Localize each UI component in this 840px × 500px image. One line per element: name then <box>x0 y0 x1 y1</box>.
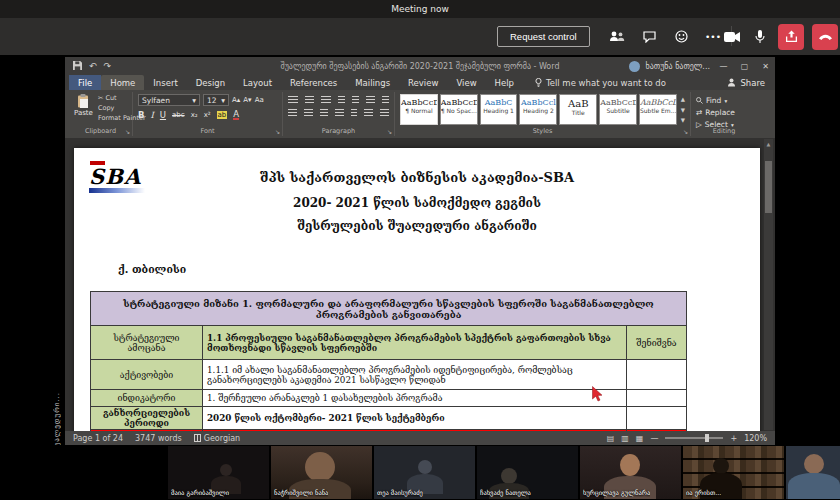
align-right-icon[interactable] <box>320 109 329 117</box>
highlight-color-button[interactable]: ab <box>217 111 228 119</box>
word-count[interactable]: 3747 words <box>135 434 182 443</box>
page-indicator[interactable]: Page 1 of 24 <box>73 434 123 443</box>
request-control-button[interactable]: Request control <box>497 26 590 47</box>
tab-layout[interactable]: Layout <box>234 75 281 90</box>
table-cell: სტრატეგიული ამოცანა <box>91 326 203 360</box>
replace-button[interactable]: ⇄ Replace <box>696 108 752 117</box>
grow-font-button[interactable]: A▴ <box>232 96 240 104</box>
tell-me-box[interactable]: Tell me what you want to do <box>535 75 666 90</box>
hang-up-button[interactable] <box>812 24 838 50</box>
superscript-button[interactable]: x² <box>204 111 211 119</box>
font-dialog-launcher[interactable]: ↘ <box>275 128 280 135</box>
minimize-icon[interactable]: — <box>716 62 731 71</box>
numbering-icon[interactable] <box>305 96 315 104</box>
show-marks-icon[interactable] <box>382 96 389 104</box>
style-normal[interactable]: AaBbCcDc ¶ Normal <box>400 94 438 125</box>
style-no-spacing[interactable]: AaBbCcDc ¶ No Spac... <box>440 94 478 125</box>
save-icon[interactable] <box>73 61 82 72</box>
participant-tile[interactable] <box>786 446 840 499</box>
font-family-select[interactable]: Sylfaen ▾ <box>138 94 200 106</box>
camera-icon[interactable] <box>722 32 742 42</box>
zoom-in-button[interactable]: + <box>730 434 737 443</box>
document-page[interactable]: SBA შპს საქართველოს ბიზნესის აკადემია-SB… <box>74 148 760 431</box>
vertical-scrollbar[interactable]: ▲ <box>764 139 773 430</box>
participant-tile[interactable]: თეა მაისურაძე <box>374 446 475 499</box>
borders-icon[interactable] <box>380 109 389 117</box>
paragraph-dialog-launcher[interactable]: ↘ <box>387 128 392 135</box>
styles-gallery-scroll[interactable]: ▲ ▼ ▼ <box>679 94 685 125</box>
gallery-more-icon[interactable]: ▼ <box>681 117 685 123</box>
print-layout-icon[interactable]: ▥ <box>621 434 629 443</box>
read-mode-icon[interactable]: ▤ <box>607 434 615 443</box>
find-button[interactable]: Find ▾ <box>696 96 752 105</box>
italic-button[interactable]: I <box>150 110 153 120</box>
multilevel-list-icon[interactable] <box>321 96 331 104</box>
increase-indent-icon[interactable] <box>352 96 359 104</box>
gallery-up-icon[interactable]: ▲ <box>681 96 685 102</box>
subscript-button[interactable]: x₂ <box>191 111 198 119</box>
scrollbar-thumb[interactable] <box>765 161 772 213</box>
sort-icon[interactable] <box>366 96 376 104</box>
web-layout-icon[interactable]: ▦ <box>636 434 644 443</box>
decrease-indent-icon[interactable] <box>338 96 345 104</box>
table-cell <box>627 407 687 430</box>
tab-help[interactable]: Help <box>486 75 523 90</box>
participant-tile[interactable]: ჩახვაძე ნათელა <box>477 446 578 499</box>
table-cell: ინდიკატორი <box>91 390 203 407</box>
tab-review[interactable]: Review <box>399 75 447 90</box>
participant-tile[interactable]: ია ერისთ... <box>683 446 784 499</box>
participant-tile[interactable]: ნაჭრიშვილი ნანა <box>271 446 372 499</box>
shrink-font-button[interactable]: A▾ <box>243 96 251 104</box>
style-subtle-emphasis[interactable]: AaBbCcDc Subtle Em... <box>639 94 677 125</box>
clipboard-dialog-launcher[interactable]: ↘ <box>125 128 130 135</box>
tab-references[interactable]: References <box>281 75 346 90</box>
zoom-slider-thumb[interactable] <box>705 434 709 442</box>
undo-icon[interactable]: ↶ <box>89 61 97 71</box>
change-case-button[interactable]: Aa <box>255 96 264 104</box>
style-subtitle[interactable]: AaBbCcD Subtitle <box>599 94 637 125</box>
participant-tile[interactable]: ხურცილავა გულნარა <box>580 446 681 499</box>
chat-icon[interactable] <box>640 28 658 46</box>
tab-view[interactable]: View <box>447 75 485 90</box>
participant-name: მაია გარიბაშვილი <box>171 489 229 497</box>
restore-icon[interactable]: ▢ <box>737 62 752 71</box>
stop-presenting-button[interactable] <box>778 24 804 50</box>
language-indicator[interactable]: Georgian <box>194 434 240 443</box>
participants-icon[interactable] <box>608 28 626 46</box>
account-name: ხათუნა ნათელ... <box>646 62 710 71</box>
paste-button[interactable]: Paste <box>74 94 93 122</box>
zoom-out-button[interactable]: — <box>650 434 658 443</box>
bullets-icon[interactable] <box>288 96 298 104</box>
reactions-icon[interactable] <box>672 28 690 46</box>
align-left-icon[interactable] <box>288 109 297 117</box>
participant-tile[interactable]: მაია გარიბაშვილი <box>168 446 269 499</box>
underline-button[interactable]: U <box>160 110 166 120</box>
zoom-slider[interactable] <box>665 437 723 439</box>
tab-mailings[interactable]: Mailings <box>346 75 399 90</box>
tab-home[interactable]: Home <box>101 75 144 90</box>
shading-icon[interactable] <box>364 109 373 117</box>
microphone-icon[interactable] <box>750 30 770 44</box>
account-avatar[interactable] <box>629 61 640 72</box>
redo-icon[interactable]: ↷ <box>104 61 112 71</box>
more-options-icon[interactable]: ••• <box>704 28 722 46</box>
gallery-down-icon[interactable]: ▼ <box>681 107 685 113</box>
font-size-select[interactable]: 12 ▾ <box>203 94 229 106</box>
style-title[interactable]: AaB Title <box>559 94 597 125</box>
style-heading1[interactable]: AaBbC Heading 1 <box>480 94 518 125</box>
bold-button[interactable]: B <box>138 110 144 120</box>
close-icon[interactable]: ✕ <box>758 62 773 71</box>
font-color-button[interactable]: A <box>233 110 239 120</box>
share-button[interactable]: Share <box>727 75 765 90</box>
line-spacing-icon[interactable] <box>351 109 357 117</box>
strikethrough-button[interactable]: abc <box>172 111 185 119</box>
tab-design[interactable]: Design <box>187 75 234 90</box>
styles-dialog-launcher[interactable]: ↘ <box>683 128 688 135</box>
scroll-up-icon[interactable]: ▲ <box>764 139 773 149</box>
align-center-icon[interactable] <box>304 109 313 117</box>
zoom-level[interactable]: 120% <box>744 434 767 443</box>
tab-file[interactable]: File <box>69 75 101 90</box>
tab-insert[interactable]: Insert <box>144 75 186 90</box>
style-heading2[interactable]: AaBbCcl Heading 2 <box>519 94 557 125</box>
justify-icon[interactable] <box>335 109 344 117</box>
